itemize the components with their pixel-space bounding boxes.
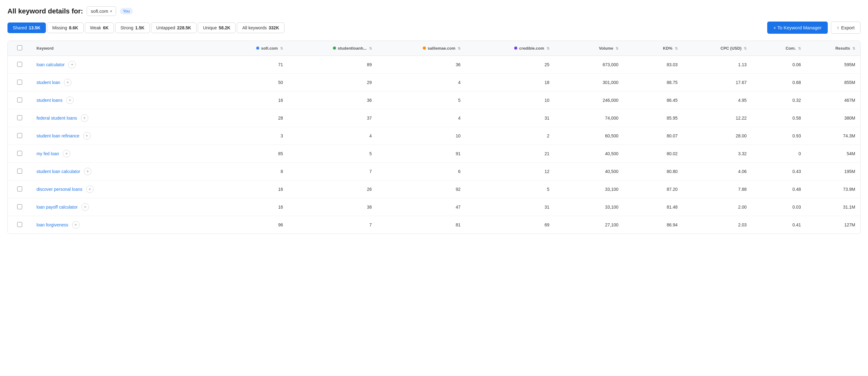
row-checkbox[interactable] xyxy=(17,97,22,103)
sort-icon-cpc: ⇅ xyxy=(744,47,747,51)
studentloan-rank-cell: 4 xyxy=(288,127,377,145)
kd-cell: 80.07 xyxy=(623,127,683,145)
credible-rank-cell: 21 xyxy=(466,145,554,163)
sofi-rank-cell: 8 xyxy=(199,163,288,180)
select-all-checkbox-cell[interactable] xyxy=(8,41,32,56)
row-checkbox-cell[interactable] xyxy=(8,127,32,145)
keyword-link[interactable]: loan payoff calculator xyxy=(36,205,78,209)
kd-cell: 80.80 xyxy=(623,163,683,180)
th-sofi[interactable]: sofi.com ⇅ xyxy=(199,41,288,56)
credible-rank-cell: 31 xyxy=(466,109,554,127)
export-icon: ↑ xyxy=(837,25,839,30)
sofi-rank-cell: 28 xyxy=(199,109,288,127)
page-title: All keyword details for: xyxy=(7,7,83,15)
table-row: student loan + 50 29 4 18 301,000 88.75 … xyxy=(8,74,860,91)
th-keyword[interactable]: Keyword xyxy=(32,41,199,56)
keyword-link[interactable]: student loan calculator xyxy=(36,169,80,174)
row-checkbox-cell[interactable] xyxy=(8,180,32,198)
filter-untapped-label: Untapped xyxy=(156,25,175,30)
row-checkbox[interactable] xyxy=(17,169,22,174)
row-checkbox-cell[interactable] xyxy=(8,198,32,216)
export-button[interactable]: ↑ Export xyxy=(831,22,861,34)
studentloan-rank-cell: 26 xyxy=(288,180,377,198)
sort-icon-credible: ⇅ xyxy=(547,47,550,51)
salliemae-rank-cell: 4 xyxy=(377,109,466,127)
add-keyword-button[interactable]: + xyxy=(83,132,91,140)
keyword-link[interactable]: student loan xyxy=(36,80,60,85)
row-checkbox-cell[interactable] xyxy=(8,74,32,91)
th-kd[interactable]: KD% ⇅ xyxy=(623,41,683,56)
table-row: loan payoff calculator + 16 38 47 31 33,… xyxy=(8,198,860,216)
th-salliemae[interactable]: salliemae.com ⇅ xyxy=(377,41,466,56)
keyword-link[interactable]: student loans xyxy=(36,98,62,103)
th-results[interactable]: Results ⇅ xyxy=(806,41,860,56)
add-keyword-button[interactable]: + xyxy=(84,168,91,175)
keyword-table: Keyword sofi.com ⇅ studentloanh... ⇅ sal… xyxy=(8,41,860,234)
select-all-checkbox[interactable] xyxy=(17,45,22,50)
add-keyword-button[interactable]: + xyxy=(81,114,88,122)
row-checkbox[interactable] xyxy=(17,151,22,156)
row-checkbox[interactable] xyxy=(17,222,22,227)
row-checkbox[interactable] xyxy=(17,62,22,67)
filter-strong-count: 1.5K xyxy=(135,25,145,30)
row-checkbox[interactable] xyxy=(17,186,22,192)
row-checkbox-cell[interactable] xyxy=(8,91,32,109)
studentloan-rank-cell: 37 xyxy=(288,109,377,127)
com-cell: 0 xyxy=(752,145,806,163)
row-checkbox[interactable] xyxy=(17,204,22,209)
filter-tab-missing[interactable]: Missing 8.6K xyxy=(47,23,84,33)
add-keyword-button[interactable]: + xyxy=(66,96,74,104)
results-cell: 127M xyxy=(806,216,860,234)
filter-tab-unique[interactable]: Unique 58.2K xyxy=(198,23,236,33)
kd-cell: 85.95 xyxy=(623,109,683,127)
domain-dropdown[interactable]: sofi.com ▾ xyxy=(87,6,116,16)
keyword-link[interactable]: student loan refinance xyxy=(36,133,80,138)
add-keyword-button[interactable]: + xyxy=(86,185,94,193)
studentloan-rank-cell: 29 xyxy=(288,74,377,91)
th-credible[interactable]: credible.com ⇅ xyxy=(466,41,554,56)
keyword-cell: federal student loans + xyxy=(32,109,199,127)
export-label: Export xyxy=(841,25,855,30)
th-studentloan[interactable]: studentloanh... ⇅ xyxy=(288,41,377,56)
row-checkbox[interactable] xyxy=(17,115,22,120)
filter-shared-count: 13.5K xyxy=(29,25,40,30)
credible-rank-cell: 31 xyxy=(466,198,554,216)
results-cell: 380M xyxy=(806,109,860,127)
filter-tab-strong[interactable]: Strong 1.5K xyxy=(115,23,150,33)
keyword-link[interactable]: loan calculator xyxy=(36,62,65,67)
add-keyword-button[interactable]: + xyxy=(82,203,89,211)
row-checkbox-cell[interactable] xyxy=(8,163,32,180)
row-checkbox-cell[interactable] xyxy=(8,216,32,234)
filter-tab-all[interactable]: All keywords 332K xyxy=(237,23,284,33)
row-checkbox-cell[interactable] xyxy=(8,109,32,127)
keyword-manager-button[interactable]: + To Keyword Manager xyxy=(767,22,828,34)
filter-tab-shared[interactable]: Shared 13.5K xyxy=(7,23,46,33)
salliemae-rank-cell: 6 xyxy=(377,163,466,180)
keyword-link[interactable]: loan forgiveness xyxy=(36,222,68,227)
th-cpc[interactable]: CPC (USD) ⇅ xyxy=(683,41,752,56)
filter-tab-untapped[interactable]: Untapped 228.5K xyxy=(151,23,196,33)
table-row: loan calculator + 71 89 36 25 673,000 83… xyxy=(8,56,860,74)
add-keyword-button[interactable]: + xyxy=(68,61,76,68)
keyword-link[interactable]: federal student loans xyxy=(36,116,77,120)
row-checkbox-cell[interactable] xyxy=(8,145,32,163)
filter-shared-label: Shared xyxy=(13,25,27,30)
volume-cell: 40,500 xyxy=(554,163,623,180)
th-volume[interactable]: Volume ⇅ xyxy=(554,41,623,56)
keyword-cell: student loan + xyxy=(32,74,199,91)
row-checkbox[interactable] xyxy=(17,80,22,85)
domain-label: sofi.com xyxy=(91,8,108,14)
add-keyword-button[interactable]: + xyxy=(64,79,71,86)
row-checkbox[interactable] xyxy=(17,133,22,138)
keyword-link[interactable]: discover personal loans xyxy=(36,187,82,192)
keyword-cell: student loan refinance + xyxy=(32,127,199,145)
add-keyword-button[interactable]: + xyxy=(72,221,80,229)
row-checkbox-cell[interactable] xyxy=(8,56,32,74)
results-cell: 31.1M xyxy=(806,198,860,216)
add-keyword-button[interactable]: + xyxy=(63,150,70,157)
filter-tabs-row: Shared 13.5K Missing 8.6K Weak 6K Strong… xyxy=(7,22,861,34)
cpc-cell: 2.00 xyxy=(683,198,752,216)
th-com[interactable]: Com. ⇅ xyxy=(752,41,806,56)
keyword-link[interactable]: my fed loan xyxy=(36,151,59,156)
filter-tab-weak[interactable]: Weak 6K xyxy=(85,23,114,33)
